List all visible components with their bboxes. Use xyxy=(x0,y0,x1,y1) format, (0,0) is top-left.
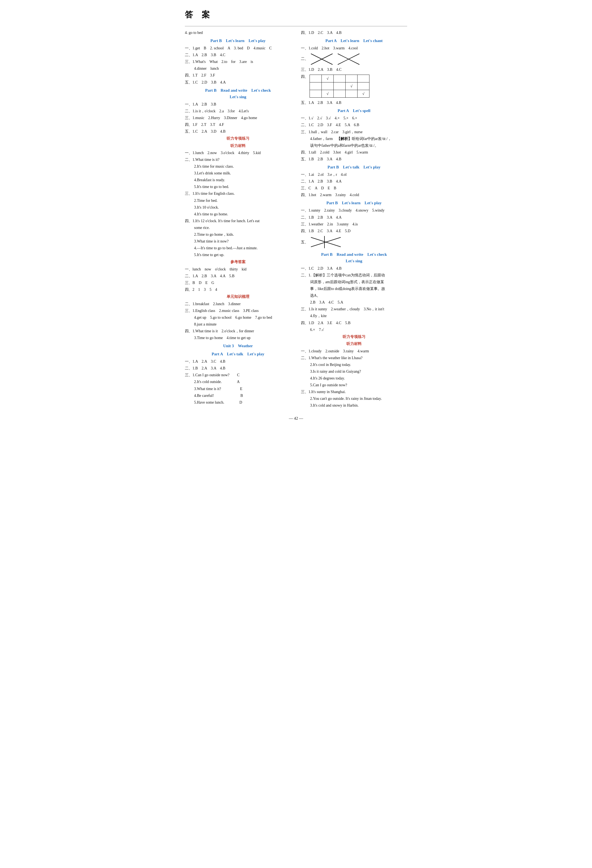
r3-si: 四、1.hot 2.warm 3.rainy 4.cold xyxy=(301,192,407,198)
cell xyxy=(346,75,358,83)
r-tl-er-5: 5.Can I go outside now? xyxy=(301,382,407,388)
r-partA-letlearn: Part A Let's learn Let's chant xyxy=(301,37,407,44)
r4-san: 三、1.weather 2.in 3.sunny 4.is xyxy=(301,221,407,227)
cell: √ xyxy=(358,90,370,97)
tingli-si-2: 2.Time to go home，kids. xyxy=(185,231,291,238)
r2-er: 二、1.C 2.D 3.F 4.E 5.A 6.B xyxy=(301,122,407,128)
r5-er-1: 二、1.【解析】三个选项中can为情态动词，后跟动 xyxy=(301,272,407,278)
r-er-cross: 二、 xyxy=(301,52,407,66)
tingli-san-label: 三、1.It's time for English class. xyxy=(185,190,291,197)
tingli-title: 听力专项练习 xyxy=(185,136,291,142)
cankao-er: 二、1.A 2.B 3.A 4.A 5.B xyxy=(185,273,291,279)
r-yi-1: 一、1.cold 2.hot 3.warm 4.cool xyxy=(301,45,407,51)
cell xyxy=(310,75,322,83)
cell xyxy=(310,83,322,90)
tingli-san-3: 3.It's 10 o'clock. xyxy=(185,204,291,211)
tingli-er-2: 2.It's time for music class. xyxy=(185,163,291,170)
cell xyxy=(346,90,358,97)
right-column: 四、1.D 2.C 3.A 4.B Part A Let's learn Let… xyxy=(301,29,407,409)
danyuan-si-1: 四、1.What time is it 2.o'clock，for dinner xyxy=(185,328,291,334)
si-1: 四、1.T 2.F 3.F xyxy=(185,72,291,78)
r-tl-er-1: 二、1.What's the weather like in Lhasa? xyxy=(301,355,407,361)
r5-er-5: 2.B 3.A 4.C 5.A xyxy=(301,299,407,306)
r5-san-2: 4.fly，kite xyxy=(301,313,407,319)
r5-si: 四、1.D 2.A 3.E 4.C 5.B xyxy=(301,320,407,326)
r-tl-san-2: 2.You can't go outside. It's rainy in Ji… xyxy=(301,396,407,402)
yi-2: 一、1.A 2.B 3.B xyxy=(185,101,291,108)
unit3-title: Unit 3 Weather xyxy=(185,342,291,349)
check-table: √ √ √ √ xyxy=(309,75,370,97)
r-intro: 四、1.D 2.C 3.A 4.B xyxy=(301,30,407,36)
r5-er-3: 事，like后跟to do或doing表示喜欢做某事。故 xyxy=(301,286,407,292)
danyuan-san-1: 三、1.English class 2.music class 3.PE cla… xyxy=(185,308,291,314)
cell xyxy=(322,83,334,90)
wu-2: 五、1.C 2.A 3.D 4.B xyxy=(185,128,291,134)
r5-si-2: 6.× 7.√ xyxy=(301,326,407,333)
cankao-si: 四、2 1 3 5 4 xyxy=(185,286,291,293)
r-tl-yi: 一、1.cloudy 2.outside 3.rainy 4.warm xyxy=(301,348,407,354)
danyuan-er: 二、1.breakfast 2.lunch 3.dinner xyxy=(185,301,291,307)
tingli-si-4: 4.—It's time to go to bed.—Just a minute… xyxy=(185,245,291,251)
tingli-si-label: 四、1.It's 12 o'clock. It's time for lunch… xyxy=(185,218,291,224)
wu-1: 五、1.C 2.D 3.B 4.A xyxy=(185,79,291,86)
r5-san-1: 三、1.Is it sunny 2.weather，cloudy 3.No，it… xyxy=(301,306,407,312)
r4-yi: 一、1.sunny 2.rainy 3.cloudy 4.snowy 5.win… xyxy=(301,207,407,214)
r-tl-san-3: 3.It's cold and snowy in Harbin. xyxy=(301,402,407,409)
tingli-cailiao: 听力材料 xyxy=(185,143,291,149)
cell xyxy=(358,75,370,83)
page-title: 答 案 xyxy=(185,8,407,21)
u3-san-2: 2.It's cold outside. A xyxy=(185,379,291,385)
tingli-si-3: 3.What time is it now? xyxy=(185,238,291,244)
tingli-yi: 一、1.lunch 2.now 3.o'clock 4.thirty 5.kid xyxy=(185,150,291,156)
er-1: 二、1.A 2.B 3.B 4.C xyxy=(185,52,291,58)
si-2: 四、1.F 2.T 3.T 4.F xyxy=(185,121,291,128)
r4-si: 四、1.B 2.C 3.A 4.E 5.D xyxy=(301,228,407,234)
r4-er: 二、1.B 2.B 3.A 4.A xyxy=(301,214,407,220)
partb-letlearn-letplay-title: Part B Let's learn Let's play xyxy=(185,37,291,44)
tingli-si-5: 5.It's time to get up. xyxy=(185,252,291,258)
u3-san-4: 4.Be careful! B xyxy=(185,393,291,399)
r2-wu: 五、1.B 2.B 3.A 4.B xyxy=(301,156,407,162)
r-tingli-cailiao: 听力材料 xyxy=(301,341,407,347)
r2-yi: 一、1.√ 2.√ 3.√ 4.× 5.× 6.× xyxy=(301,115,407,121)
cankao-yi: 一、lunch now o'clock thirty kid xyxy=(185,266,291,272)
cross-svg-1 xyxy=(309,52,334,66)
cross-svg-2 xyxy=(336,52,361,66)
u3-san-1: 三、1.Can I go outside now? C xyxy=(185,372,291,378)
cell: √ xyxy=(322,90,334,97)
left-column: 4. go to bed Part B Let's learn Let's pl… xyxy=(185,29,291,409)
r2-san-2: 4.father，farm 【解析】听给词far中的ar发/ɑː/， xyxy=(301,136,407,142)
tingli-er-3: 3.Let's drink some milk. xyxy=(185,170,291,176)
danyuan-san-2: 4.get up 5.go to school 6.go home 7.go t… xyxy=(185,314,291,320)
danyuan-si-2: 3.Time to go home 4.time to get up xyxy=(185,335,291,341)
cell xyxy=(358,83,370,90)
cell xyxy=(334,90,346,97)
r-san-1: 三、1.D 2.A 3.B 4.C xyxy=(301,66,407,73)
intro-entry: 4. go to bed xyxy=(185,30,291,36)
r-tingli-title: 听力专项练习 xyxy=(301,334,407,340)
yi-1: 一、1.get B 2. school A 3. bed D 4.music C xyxy=(185,45,291,51)
r-si-table-row: 四、 √ √ √ xyxy=(301,74,407,99)
tingli-er-5: 5.It's time to go to bed. xyxy=(185,184,291,190)
page-number: — 42 — xyxy=(185,415,407,422)
partA-letstalk: Part A Let's talk Let's play xyxy=(185,351,291,357)
r2-san-1: 三、1.ball，wall 2.car 3.girl，nurse xyxy=(301,129,407,135)
u3-san-3: 3.What time is it? E xyxy=(185,386,291,392)
tingli-er-label: 二、1.What time is it? xyxy=(185,156,291,163)
tingli-si-1b: some rice. xyxy=(185,224,291,231)
cell xyxy=(310,90,322,97)
r-partB-letlearn: Part B Let's learn Let's play xyxy=(301,200,407,206)
r5-er-2: 词原形，am后跟动词ing形式，表示正在做某 xyxy=(301,279,407,285)
cell: √ xyxy=(346,83,358,90)
r-tl-san-1: 三、1.It's sunny in Shanghai. xyxy=(301,389,407,395)
r-partB-readwrite: Part B Read and write Let's checkLet's s… xyxy=(301,251,407,264)
r-wu-1: 五、1.A 2.B 3.A 4.B xyxy=(301,100,407,106)
u3-er: 二、1.B 2.A 3.A 4.B xyxy=(185,365,291,371)
r3-er: 二、1.A 2.B 3.B 4.A xyxy=(301,178,407,185)
r-partB-letstalk: Part B Let's talk Let's play xyxy=(301,164,407,170)
r2-si: 四、1.tall 2.cold 3.hot 4.girl 5.warm xyxy=(301,149,407,155)
u3-san-5: 5.Have some lunch. D xyxy=(185,399,291,406)
danyuan-san-3: 8.just a minute xyxy=(185,321,291,328)
partb-readwrite-title: Part B Read and write Let's checkLet's s… xyxy=(185,87,291,100)
san-2: 三、1.music 2.Hurry 3.Dinner 4.go home xyxy=(185,115,291,121)
